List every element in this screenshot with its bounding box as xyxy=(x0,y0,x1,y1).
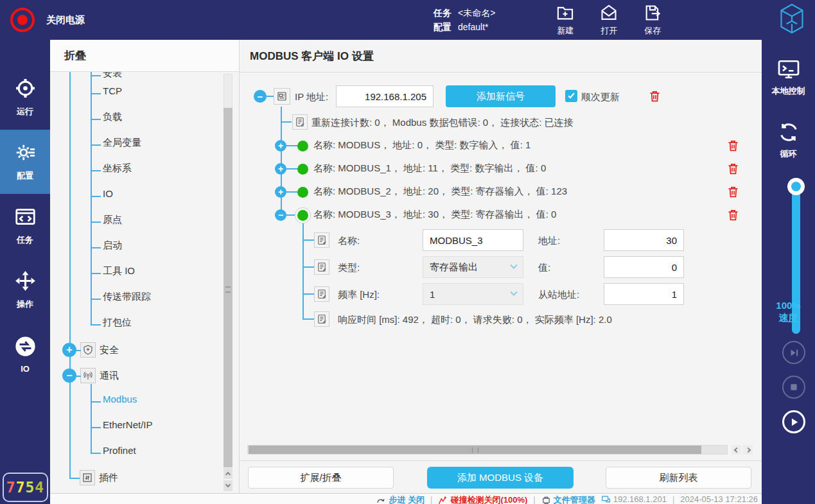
signal-status-dot xyxy=(297,210,308,221)
collapse-icon[interactable]: − xyxy=(62,369,76,383)
delete-signal-button[interactable] xyxy=(726,208,740,222)
tree-item-全局变量[interactable]: 全局变量 xyxy=(103,137,141,149)
tree-item-原点[interactable]: 原点 xyxy=(103,214,122,226)
counter-digit: 7 xyxy=(16,479,26,496)
signal-row-text: 名称: MODBUS_1， 地址: 11， 类型: 数字输出， 值: 0 xyxy=(313,162,546,175)
stop-button[interactable] xyxy=(782,376,805,399)
delete-signal-button[interactable] xyxy=(726,162,740,176)
shield-icon xyxy=(80,342,96,358)
tree-item-坐标系[interactable]: 坐标系 xyxy=(103,162,132,175)
expand-icon[interactable]: + xyxy=(62,343,76,357)
tree-scroll-up-button[interactable] xyxy=(223,468,232,479)
play-button[interactable] xyxy=(782,410,805,433)
sidebar-item-任务[interactable]: 任务 xyxy=(0,194,50,258)
signal-collapse-toggle[interactable]: − xyxy=(275,209,286,221)
tree-item-打包位[interactable]: 打包位 xyxy=(103,317,132,329)
tree-item-label: 坐标系 xyxy=(103,162,132,175)
slave-address-label: 从站地址: xyxy=(538,289,579,301)
tree-item-Profinet[interactable]: Profinet xyxy=(103,445,136,456)
sidebar-item-配置[interactable]: 配置 xyxy=(0,130,50,194)
signal-expand-toggle[interactable]: + xyxy=(275,163,286,175)
save-button[interactable]: 保存 xyxy=(644,4,662,37)
tree-item-label: EtherNet/IP xyxy=(103,419,153,430)
tree-tick xyxy=(91,222,101,223)
tree-item-安全[interactable]: +安全 xyxy=(62,342,119,358)
add-signal-button[interactable]: 添加新信号 xyxy=(446,85,556,107)
speed-slider-thumb[interactable] xyxy=(787,178,805,195)
task-value: <未命名> xyxy=(458,8,495,18)
status-item[interactable]: 步进 关闭 xyxy=(376,494,425,504)
sidebar-item-label: IO xyxy=(21,364,30,374)
device-collapse-toggle[interactable]: − xyxy=(254,90,267,103)
add-modbus-device-button[interactable]: 添加 MODBUS 设备 xyxy=(427,467,574,489)
tree-item-启动[interactable]: 启动 xyxy=(103,239,122,252)
tree-tick xyxy=(69,478,80,479)
action-label: 保存 xyxy=(644,25,661,37)
delete-device-button[interactable] xyxy=(648,89,662,103)
sequential-update-checkbox[interactable] xyxy=(565,90,577,102)
type-select[interactable]: 寄存器输出 xyxy=(423,256,523,278)
value-input[interactable] xyxy=(604,256,684,278)
tree-item-label: TCP xyxy=(103,85,122,96)
new-file-button[interactable]: 新建 xyxy=(556,4,574,37)
tree-item-通讯[interactable]: −通讯 xyxy=(62,368,119,383)
tree-item-Modbus[interactable]: Modbus xyxy=(103,394,137,404)
sidebar-item-操作[interactable]: 操作 xyxy=(0,258,50,322)
step-forward-button[interactable] xyxy=(782,341,805,364)
task-icon xyxy=(15,206,36,230)
tree-collapse-header[interactable]: 折叠 xyxy=(50,40,239,72)
sidebar-item-运行[interactable]: 运行 xyxy=(0,65,50,130)
tree-tick xyxy=(76,350,81,351)
slave-address-input[interactable] xyxy=(604,283,684,305)
signal-expand-toggle[interactable]: + xyxy=(275,186,286,198)
sidebar-item-IO[interactable]: IO xyxy=(0,322,50,387)
address-input[interactable] xyxy=(604,229,684,251)
tree-tick xyxy=(91,170,101,171)
sidebar-item-label: 运行 xyxy=(17,106,33,117)
tree-item-传送带跟踪[interactable]: 传送带跟踪 xyxy=(103,291,151,303)
tree-scroll-down-button[interactable] xyxy=(223,480,232,491)
connector-tick xyxy=(286,214,298,216)
tree-item-工具 IO[interactable]: 工具 IO xyxy=(103,265,135,277)
top-bar: 关闭电源 任务<未命名> 配置default* 新建打开保存 xyxy=(0,0,815,40)
open-button[interactable]: 打开 xyxy=(600,4,618,37)
connector-tick xyxy=(286,145,298,146)
expand-collapse-button[interactable]: 扩展/折叠 xyxy=(248,467,394,489)
connector-tick xyxy=(302,266,314,268)
name-label: 名称: xyxy=(338,235,360,247)
status-text: 步进 关闭 xyxy=(389,494,425,504)
detail-doc-icon xyxy=(314,232,329,248)
delete-signal-button[interactable] xyxy=(726,139,740,153)
tree-item-IO[interactable]: IO xyxy=(103,188,113,199)
loop-button[interactable]: 循环 xyxy=(762,121,815,160)
config-tree-panel: 安装TCP负载全局变量坐标系IO原点启动工具 IO传送带跟踪打包位+安全−通讯M… xyxy=(50,40,240,493)
name-input[interactable] xyxy=(423,229,523,251)
ip-address-input[interactable] xyxy=(336,85,434,107)
task-label: 任务 xyxy=(434,8,451,18)
local-control-button[interactable]: 本地控制 xyxy=(762,58,815,97)
signal-expand-toggle[interactable]: + xyxy=(275,140,286,152)
tree-item-插件[interactable]: 插件 xyxy=(80,470,118,485)
connector-tick xyxy=(286,191,298,193)
connector-tick xyxy=(302,293,314,295)
action-label: 打开 xyxy=(600,25,617,37)
tree-item-EtherNet/IP[interactable]: EtherNet/IP xyxy=(103,419,153,430)
tree-tick xyxy=(91,247,101,248)
tree-item-负载[interactable]: 负载 xyxy=(103,111,122,123)
delete-signal-button[interactable] xyxy=(726,185,740,199)
collision-icon xyxy=(438,496,448,504)
value-label: 值: xyxy=(538,262,550,274)
frequency-select-value: 1 xyxy=(430,289,435,300)
power-icon xyxy=(10,8,35,32)
tree-item-TCP[interactable]: TCP xyxy=(103,85,122,96)
frequency-select[interactable]: 1 xyxy=(423,283,523,305)
counter-digit: 4 xyxy=(35,479,44,496)
tree-scrollbar-grip xyxy=(225,286,231,293)
power-button[interactable]: 关闭电源 xyxy=(0,8,141,32)
speed-value: 100% xyxy=(762,299,815,311)
scroll-left-button[interactable] xyxy=(732,445,741,455)
status-item[interactable]: 文件管理器 xyxy=(541,494,595,504)
refresh-list-button[interactable]: 刷新列表 xyxy=(606,467,751,489)
counter-digit: 5 xyxy=(26,479,35,496)
scroll-right-button[interactable] xyxy=(743,445,753,455)
